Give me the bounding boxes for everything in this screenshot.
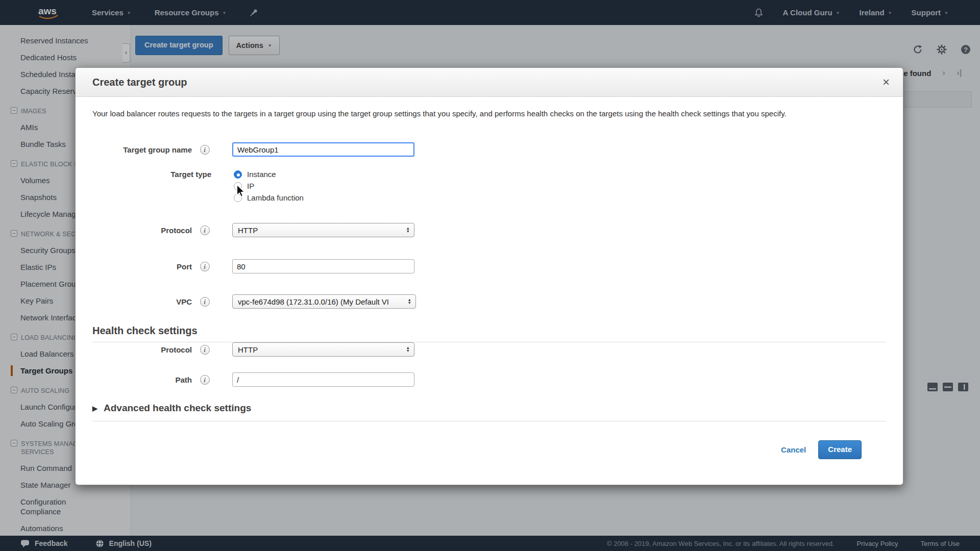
vpc-label: VPC <box>92 297 192 306</box>
radio-label: Instance <box>247 170 276 179</box>
vpc-row: VPC i vpc-fe674d98 (172.31.0.0/16) (My D… <box>92 294 886 309</box>
select-arrows-icon: ▲▼ <box>405 298 411 305</box>
screen: aws Services▼Resource Groups▼ A Cloud Gu… <box>0 0 980 551</box>
health-check-protocol-row: Protocol i HTTP ▲▼ <box>92 342 886 357</box>
modal-footer-buttons: Cancel Create <box>92 421 886 459</box>
advanced-health-check-label: Advanced health check settings <box>104 403 251 414</box>
modal-header: Create target group × <box>76 68 903 97</box>
target-group-name-input[interactable] <box>232 142 414 157</box>
vpc-select[interactable]: vpc-fe674d98 (172.31.0.0/16) (My Default… <box>232 294 416 309</box>
target-group-name-label: Target group name <box>92 145 192 154</box>
target-type-label: Target type <box>92 170 217 179</box>
health-check-protocol-value: HTTP <box>238 345 258 354</box>
select-arrows-icon: ▲▼ <box>403 227 410 233</box>
create-target-group-modal: Create target group × Your load balancer… <box>75 67 903 485</box>
port-row: Port i <box>92 259 886 273</box>
protocol-label: Protocol <box>92 226 192 235</box>
health-check-protocol-label: Protocol <box>92 345 192 354</box>
vpc-select-value: vpc-fe674d98 (172.31.0.0/16) (My Default… <box>238 297 389 306</box>
radio-label: IP <box>247 182 254 190</box>
health-check-settings-heading: Health check settings <box>92 325 886 337</box>
protocol-row: Protocol i HTTP ▲▼ <box>92 223 886 237</box>
target-group-name-row: Target group name i <box>92 142 886 157</box>
mouse-cursor <box>236 185 244 199</box>
protocol-select[interactable]: HTTP ▲▼ <box>232 223 414 237</box>
info-icon[interactable]: i <box>200 375 210 385</box>
chevron-right-icon: ▶ <box>92 405 97 412</box>
create-button[interactable]: Create <box>818 440 862 459</box>
path-row: Path i <box>92 372 886 387</box>
modal-description: Your load balancer routes requests to th… <box>92 109 886 118</box>
info-icon[interactable]: i <box>200 226 210 235</box>
port-label: Port <box>92 262 192 271</box>
protocol-select-value: HTTP <box>238 226 258 235</box>
radio-instance[interactable]: Instance <box>234 170 304 179</box>
info-icon[interactable]: i <box>200 262 210 271</box>
info-icon[interactable]: i <box>200 345 210 355</box>
select-arrows-icon: ▲▼ <box>403 346 410 353</box>
port-input[interactable] <box>232 259 414 273</box>
modal-body: Your load balancer routes requests to th… <box>76 97 903 459</box>
modal-title: Create target group <box>92 77 187 88</box>
health-check-protocol-select[interactable]: HTTP ▲▼ <box>232 342 414 357</box>
radio-button-icon[interactable] <box>234 170 242 179</box>
info-icon[interactable]: i <box>200 297 210 307</box>
path-input[interactable] <box>232 372 414 387</box>
close-icon[interactable]: × <box>883 77 890 87</box>
path-label: Path <box>92 375 192 384</box>
cancel-button[interactable]: Cancel <box>781 445 806 454</box>
target-type-row: Target type InstanceIPLambda function <box>92 170 886 205</box>
info-icon[interactable]: i <box>200 145 210 155</box>
advanced-health-check-toggle[interactable]: ▶ Advanced health check settings <box>92 403 886 414</box>
radio-label: Lambda function <box>247 193 304 202</box>
